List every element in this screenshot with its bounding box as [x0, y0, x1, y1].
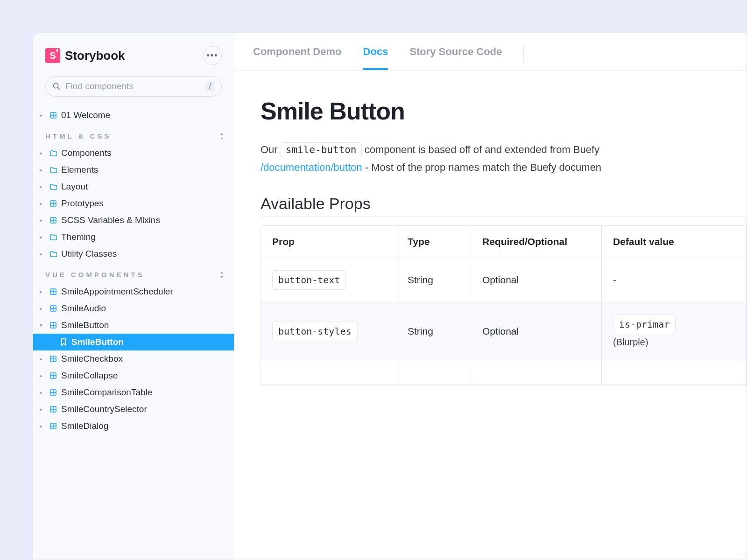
grid-icon: [49, 200, 57, 207]
sidebar-item[interactable]: ▸Utility Classes: [33, 245, 234, 262]
sidebar-item-label: SmileButton: [71, 337, 124, 347]
cell-prop: button-styles: [261, 302, 396, 360]
caret-icon: ▸: [40, 217, 45, 224]
tab-component-demo[interactable]: Component Demo: [253, 46, 341, 70]
cell-prop: button-text: [261, 258, 396, 302]
caret-icon: ▸: [40, 183, 45, 190]
sidebar-item-label: Components: [61, 148, 112, 158]
caret-icon: ▸: [40, 200, 45, 207]
table-row: [261, 360, 747, 385]
folder-icon: [49, 234, 57, 240]
sidebar-item[interactable]: ▾SmileButton: [33, 317, 234, 334]
sidebar-item[interactable]: ▸SmileCheckbox: [33, 350, 234, 367]
intro-text: component is based off of and extended f…: [365, 144, 599, 155]
sidebar-item[interactable]: ▸SmileAudio: [33, 300, 234, 317]
nav-tree: ▸ 01 Welcome HTML & CSS ▸Components▸Elem…: [33, 107, 234, 434]
sidebar-item[interactable]: ▸SmileCountrySelector: [33, 401, 234, 418]
caret-icon: ▸: [40, 150, 45, 156]
col-prop: Prop: [261, 226, 396, 258]
caret-icon: ▸: [40, 288, 45, 295]
sidebar-item-label: SmileButton: [61, 320, 109, 330]
grid-icon: [49, 322, 57, 329]
grid-icon: [49, 288, 57, 295]
brand: S Storybook: [45, 48, 125, 63]
sidebar-item[interactable]: ▸SCSS Variables & Mixins: [33, 212, 234, 229]
sidebar-item[interactable]: ▸Prototypes: [33, 195, 234, 212]
caret-icon: ▾: [40, 322, 45, 329]
caret-icon: ▸: [40, 423, 45, 429]
col-default: Default value: [602, 226, 747, 258]
sidebar-item[interactable]: ▸Components: [33, 145, 234, 161]
cell-required: [471, 360, 602, 385]
search-input-wrapper[interactable]: /: [45, 76, 222, 97]
caret-icon: ▸: [40, 356, 45, 362]
sidebar-item[interactable]: ▸SmileAppointmentScheduler: [33, 283, 234, 300]
tab-docs[interactable]: Docs: [363, 46, 388, 70]
sidebar-header: S Storybook •••: [33, 46, 234, 76]
section-header-html-css[interactable]: HTML & CSS: [33, 124, 234, 145]
default-text: (Blurple): [613, 337, 735, 348]
sidebar-item[interactable]: ▸Layout: [33, 178, 234, 195]
sidebar-item-label: Theming: [61, 232, 96, 242]
sidebar-item[interactable]: ▸Theming: [33, 229, 234, 245]
table-row: button-textStringOptional-: [261, 258, 747, 302]
sidebar-item[interactable]: ▸Elements: [33, 161, 234, 178]
sidebar-item-label: SmileAppointmentScheduler: [61, 287, 173, 297]
sidebar-menu-button[interactable]: •••: [203, 46, 222, 65]
caret-icon: ▸: [40, 251, 45, 257]
sidebar-item-label: 01 Welcome: [61, 110, 110, 120]
sidebar-item-label: Prototypes: [61, 198, 104, 209]
cell-required: Optional: [471, 258, 602, 302]
main-panel: Component Demo Docs Story Source Code Sm…: [234, 33, 747, 560]
cell-type: String: [396, 258, 471, 302]
sidebar-item[interactable]: ▸SmileDialog: [33, 418, 234, 434]
sort-icon[interactable]: [219, 272, 225, 278]
bookmark-icon: [59, 338, 68, 346]
tab-bar: Component Demo Docs Story Source Code: [234, 33, 747, 71]
inline-code: smile-button: [281, 142, 362, 157]
folder-icon: [49, 184, 57, 190]
sidebar-item-label: Utility Classes: [61, 249, 117, 259]
sidebar-item[interactable]: ▸SmileCollapse: [33, 367, 234, 384]
intro-text: - Most of the prop names match the Buefy…: [365, 161, 601, 173]
grid-icon: [49, 305, 57, 312]
cell-default: [602, 360, 747, 385]
folder-icon: [49, 251, 57, 257]
search-input[interactable]: [65, 81, 201, 91]
svg-point-0: [53, 83, 58, 88]
tab-source-code[interactable]: Story Source Code: [409, 46, 502, 70]
sidebar-item-label: SmileCollapse: [61, 371, 118, 381]
grid-icon: [49, 217, 57, 224]
sidebar-item-label: SCSS Variables & Mixins: [61, 215, 160, 225]
search-shortcut-badge: /: [205, 81, 215, 91]
folder-icon: [49, 150, 57, 156]
grid-icon: [49, 356, 57, 362]
grid-icon: [49, 372, 57, 379]
sidebar-item-welcome[interactable]: ▸ 01 Welcome: [33, 107, 234, 124]
doc-link[interactable]: /documentation/button: [261, 161, 362, 173]
grid-icon: [49, 406, 57, 413]
section-header-vue[interactable]: VUE COMPONENTS: [33, 262, 234, 283]
caret-icon: ▸: [40, 167, 45, 173]
cell-default: -: [602, 258, 747, 302]
page-title: Smile Button: [261, 97, 747, 125]
sort-icon[interactable]: [219, 133, 225, 140]
grid-icon: [49, 423, 57, 429]
table-header-row: Prop Type Required/Optional Default valu…: [261, 226, 747, 258]
svg-line-1: [58, 88, 60, 90]
cell-prop: [261, 360, 396, 385]
sidebar-item-label: SmileCountrySelector: [61, 404, 147, 414]
grid-icon: [49, 389, 57, 396]
storybook-logo-icon: S: [45, 48, 60, 63]
doc-content: Smile Button Our smile-button component …: [234, 71, 747, 385]
caret-icon: ▸: [40, 372, 45, 379]
cell-default: is-primar(Blurple): [602, 302, 747, 360]
sidebar-item[interactable]: ▸SmileComparisonTable: [33, 384, 234, 401]
search-icon: [52, 82, 61, 91]
sidebar-item-label: SmileComparisonTable: [61, 387, 152, 398]
caret-icon: ▸: [40, 389, 45, 396]
sidebar-item-label: Layout: [61, 182, 88, 192]
cell-required: Optional: [471, 302, 602, 360]
sidebar-story-item[interactable]: SmileButton: [33, 334, 234, 350]
caret-icon: ▸: [40, 234, 45, 240]
